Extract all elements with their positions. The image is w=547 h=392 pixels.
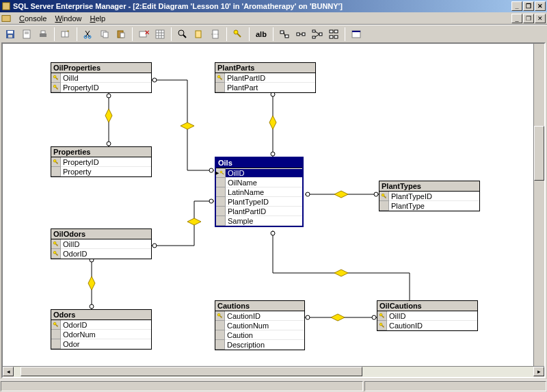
- column-row[interactable]: OdorID: [51, 249, 151, 259]
- column-name: OdorID: [61, 321, 151, 330]
- column-row[interactable]: Description: [215, 340, 304, 350]
- mdi-restore-button[interactable]: ❐: [523, 14, 534, 23]
- svg-line-94: [55, 87, 57, 89]
- column-row[interactable]: OilId: [51, 73, 151, 83]
- column-row[interactable]: Caution: [215, 330, 304, 340]
- entity-header[interactable]: Properties: [51, 147, 151, 157]
- entity-plantparts[interactable]: PlantParts PlantPartIDPlantPart: [215, 62, 316, 93]
- key-icon: [216, 197, 226, 207]
- annotation-button[interactable]: [191, 27, 206, 42]
- column-row[interactable]: Odor: [51, 339, 151, 349]
- column-name: CautionID: [387, 322, 477, 330]
- column-row[interactable]: PlantType: [379, 201, 479, 211]
- scrollbar-horizontal[interactable]: ◂ ▸: [3, 366, 544, 377]
- column-row[interactable]: PlantTypeID: [216, 197, 302, 207]
- mdi-close-button[interactable]: ✕: [535, 14, 546, 23]
- svg-line-116: [385, 196, 386, 197]
- window-title: SQL Server Enterprise Manager - [2:Edit …: [13, 2, 511, 10]
- column-row[interactable]: OdorID: [51, 320, 151, 330]
- entity-oilodors[interactable]: OilOdors OilIDOdorID: [51, 228, 152, 259]
- close-button[interactable]: ✕: [535, 1, 546, 11]
- scroll-h-thumb[interactable]: [21, 367, 362, 376]
- entity-oilproperties[interactable]: OilProperties OilIdPropertyID: [51, 62, 152, 93]
- entity-cautions[interactable]: Cautions CautionIDCautionNumCautionDescr…: [215, 300, 305, 350]
- column-row[interactable]: CautionID: [215, 311, 304, 321]
- show-grid-button[interactable]: [152, 27, 168, 42]
- column-row[interactable]: Property: [51, 167, 151, 177]
- table-view-button[interactable]: [349, 27, 364, 42]
- relation-button-1[interactable]: [277, 27, 292, 42]
- column-row[interactable]: OilName: [216, 178, 302, 187]
- entity-header[interactable]: OilCautions: [377, 301, 477, 311]
- svg-point-60: [209, 168, 213, 172]
- zoom-button[interactable]: [175, 27, 190, 42]
- scrollbar-vertical[interactable]: [533, 44, 544, 366]
- mdi-minimize-button[interactable]: _: [511, 14, 522, 23]
- svg-point-59: [152, 78, 157, 82]
- svg-rect-41: [312, 30, 315, 32]
- column-row[interactable]: OilID: [51, 239, 151, 249]
- svg-line-45: [315, 34, 319, 37]
- svg-line-109: [219, 77, 222, 79]
- entity-header[interactable]: PlantTypes: [379, 181, 479, 192]
- menu-help[interactable]: Help: [86, 14, 110, 23]
- properties-button[interactable]: [19, 27, 34, 42]
- delete-button[interactable]: ✕: [136, 27, 151, 42]
- cut-button[interactable]: [81, 27, 96, 42]
- svg-point-88: [372, 315, 376, 319]
- column-row[interactable]: PlantPartID: [216, 207, 302, 216]
- scroll-h-track[interactable]: [14, 367, 533, 377]
- svg-marker-85: [334, 270, 348, 276]
- text-tool[interactable]: alb: [253, 30, 269, 38]
- menu-window[interactable]: Window: [51, 14, 85, 23]
- scroll-right-arrow[interactable]: ▸: [533, 367, 544, 376]
- entity-oilcautions[interactable]: OilCautions OilIDCautionID: [377, 300, 478, 331]
- column-row[interactable]: OdorNum: [51, 330, 151, 339]
- column-row[interactable]: OilID: [216, 168, 302, 178]
- column-row[interactable]: OilID: [377, 311, 477, 321]
- scroll-left-arrow[interactable]: ◂: [3, 367, 14, 376]
- svg-line-29: [183, 35, 186, 38]
- entity-odors[interactable]: Odors OdorIDOdorNumOdor: [51, 309, 152, 350]
- column-row[interactable]: PlantPart: [215, 83, 315, 92]
- entity-header[interactable]: Odors: [51, 310, 151, 320]
- entity-header[interactable]: Cautions: [215, 301, 304, 311]
- column-row[interactable]: LatinName: [216, 187, 302, 197]
- svg-point-28: [178, 30, 184, 36]
- column-row[interactable]: PlantPartID: [215, 73, 315, 83]
- relation-button-2[interactable]: [293, 27, 308, 42]
- save-button[interactable]: [3, 27, 18, 42]
- entity-header[interactable]: PlantParts: [215, 63, 315, 73]
- minimize-button[interactable]: _: [511, 1, 522, 11]
- relation-button-3[interactable]: [310, 27, 325, 42]
- entity-header[interactable]: OilOdors: [51, 229, 151, 239]
- column-row[interactable]: Sample: [216, 216, 302, 226]
- key-icon: [215, 340, 225, 350]
- column-row[interactable]: CautionNum: [215, 321, 304, 330]
- column-row[interactable]: CautionID: [377, 321, 477, 330]
- key-icon: [51, 167, 61, 177]
- diagram-canvas[interactable]: OilProperties OilIdPropertyID Properties…: [3, 44, 533, 366]
- svg-line-115: [384, 196, 386, 198]
- svg-rect-42: [312, 36, 315, 38]
- arrange-button[interactable]: [326, 27, 341, 42]
- entity-oils[interactable]: Oils OilIDOilNameLatinNamePlantTypeIDPla…: [215, 157, 304, 227]
- copy-button[interactable]: [97, 27, 112, 42]
- maximize-button[interactable]: ❐: [523, 1, 534, 11]
- paste-button[interactable]: [114, 27, 129, 42]
- entity-header[interactable]: OilProperties: [51, 63, 151, 73]
- primary-key-button[interactable]: [230, 27, 245, 42]
- entity-planttypes[interactable]: PlantTypes PlantTypeIDPlantType: [379, 181, 480, 211]
- svg-point-78: [374, 192, 378, 196]
- new-table-button[interactable]: *: [58, 27, 73, 42]
- entity-header[interactable]: Oils: [216, 158, 302, 168]
- column-row[interactable]: PropertyID: [51, 83, 151, 92]
- svg-rect-20: [120, 33, 124, 38]
- column-row[interactable]: PlantTypeID: [379, 192, 479, 201]
- column-row[interactable]: PropertyID: [51, 157, 151, 167]
- column-name: Property: [61, 168, 151, 177]
- print-button[interactable]: [36, 27, 51, 42]
- entity-properties[interactable]: Properties PropertyIDProperty: [51, 146, 152, 177]
- page-break-button[interactable]: [208, 27, 223, 42]
- menu-console[interactable]: Console: [15, 14, 51, 23]
